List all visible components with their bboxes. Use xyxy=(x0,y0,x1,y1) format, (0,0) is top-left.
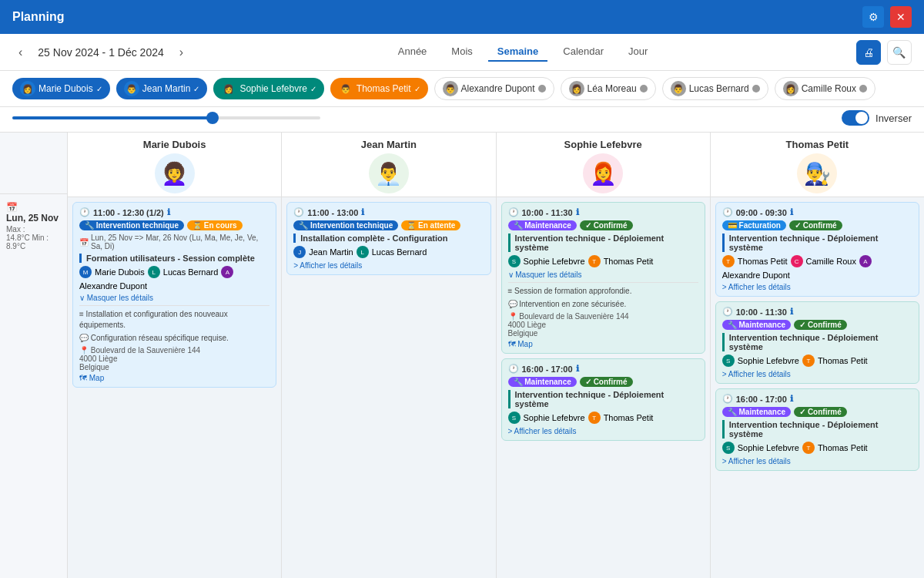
show-details-thomas-2[interactable]: > Afficher les détails xyxy=(722,370,912,378)
show-details-thomas-3[interactable]: > Afficher les détails xyxy=(722,457,912,465)
prev-button[interactable]: ‹ xyxy=(12,42,28,62)
av-camille-t1: C xyxy=(791,255,803,267)
avatar-sophie: 👩 xyxy=(221,81,236,96)
chip-camille[interactable]: 👩 Camille Roux xyxy=(775,77,875,100)
badge-conf-t1: ✓ Confirmé xyxy=(789,220,842,230)
thomas-event-2: 🕐10:00 - 11:30 ℹ 🔧 Maintenance ✓ Confirm… xyxy=(715,301,919,384)
search-button[interactable]: 🔍 xyxy=(887,40,912,65)
badge-conf-t3: ✓ Confirmé xyxy=(794,407,847,417)
chip-alexandre[interactable]: 👨 Alexandre Dupont xyxy=(434,77,554,100)
show-details-sophie-2[interactable]: > Afficher les détails xyxy=(508,427,698,435)
chip-lucas[interactable]: 👨 Lucas Bernard xyxy=(662,77,768,100)
badge-maintenance-s2: 🔧 Maintenance xyxy=(508,377,577,387)
sophie-e1-desc2: 💬 Intervention en zone sécurisée. xyxy=(508,299,698,310)
tab-annee[interactable]: Année xyxy=(389,42,437,62)
weather-lun: Max :14.8°C Min :8.9°C xyxy=(6,225,61,250)
avatar-lucas: 👨 xyxy=(671,81,686,96)
tab-mois[interactable]: Mois xyxy=(442,42,481,62)
hide-details-sophie[interactable]: ∨ Masquer les détails xyxy=(508,271,698,279)
avatar-marie: 👩 xyxy=(20,81,35,96)
avatar-lea: 👩 xyxy=(569,81,584,96)
chip-jean-martin[interactable]: 👨 Jean Martin ✓ xyxy=(116,78,208,99)
marie-event-1: 🕐11:00 - 12:30 (1/2) ℹ 🔧 Intervention te… xyxy=(72,202,276,388)
avatar-marie-col: 👩‍🦱 xyxy=(155,153,195,193)
thomas-e2-title: Intervention technique - Déploiement sys… xyxy=(722,333,912,351)
filter-bar: 👩 Marie Dubois ✓ 👨 Jean Martin ✓ 👩 Sophi… xyxy=(0,71,924,107)
tab-jour[interactable]: Jour xyxy=(619,42,657,62)
sophie-e1-badges: 🔧 Maintenance ✓ Confirmé xyxy=(508,220,698,230)
badge-type-1: 🔧 Intervention technique xyxy=(79,220,184,230)
av-sophie-e2: S xyxy=(508,412,521,424)
show-details-thomas-1[interactable]: > Afficher les détails xyxy=(722,283,912,291)
hide-details-link-1[interactable]: ∨ Masquer les détails xyxy=(79,294,270,302)
slider-thumb[interactable] xyxy=(206,112,219,124)
map-link-sophie[interactable]: 🗺 Map xyxy=(508,340,698,348)
chip-lea[interactable]: 👩 Léa Moreau xyxy=(561,77,656,100)
person-header-jean: Jean Martin 👨‍💼 xyxy=(282,133,495,197)
jean-event-1: 🕐11:00 - 13:00 ℹ 🔧 Intervention techniqu… xyxy=(286,202,490,275)
header-actions: ⚙ ✕ xyxy=(862,6,912,28)
time-header-spacer xyxy=(0,133,67,194)
nav-bar: ‹ 25 Nov 2024 - 1 Déc 2024 › Année Mois … xyxy=(0,34,924,71)
sophie-e2-time: 🕐16:00 - 17:00 ℹ xyxy=(508,364,698,374)
chip-marie-dubois[interactable]: 👩 Marie Dubois ✓ xyxy=(12,78,110,99)
show-details-jean[interactable]: > Afficher les détails xyxy=(293,261,484,270)
tab-calendar[interactable]: Calendar xyxy=(554,42,613,62)
avatar-jean-col: 👨‍💼 xyxy=(369,153,409,193)
slider-row: Inverser xyxy=(0,107,924,133)
person-name-thomas: Thomas Petit xyxy=(714,139,921,150)
chip-label-lea: Léa Moreau xyxy=(588,83,637,94)
jean-e1-title: Installation complète - Configuration xyxy=(293,234,484,243)
zoom-slider[interactable] xyxy=(12,116,320,119)
day-lun-label: Lun, 25 Nov xyxy=(6,213,61,223)
info-icon: ℹ xyxy=(167,207,170,217)
col-jean: Jean Martin 👨‍💼 🕐11:00 - 13:00 ℹ 🔧 Inter… xyxy=(282,133,496,578)
badge-confirm-s1: ✓ Confirmé xyxy=(580,220,633,230)
person-name-marie: Marie Dubois xyxy=(71,139,278,150)
sophie-e1-persons: S Sophie Lefebvre T Thomas Petit xyxy=(508,255,698,267)
thomas-e3-badges: 🔧 Maintenance ✓ Confirmé xyxy=(722,407,912,417)
avatar-camille: 👩 xyxy=(783,81,798,96)
dot-lucas xyxy=(752,85,760,92)
jean-day1: 🕐11:00 - 13:00 ℹ 🔧 Intervention techniqu… xyxy=(282,197,495,578)
chip-label-alexandre: Alexandre Dupont xyxy=(461,83,535,94)
person-header-thomas: Thomas Petit 👨‍🔧 xyxy=(711,133,924,197)
app-title: Planning xyxy=(12,10,65,24)
av-marie: M xyxy=(79,266,92,278)
dot-alexandre xyxy=(538,85,546,92)
thomas-e2-badges: 🔧 Maintenance ✓ Confirmé xyxy=(722,320,912,330)
inverser-toggle[interactable] xyxy=(842,110,869,126)
toggle-knob xyxy=(855,112,868,124)
chip-thomas[interactable]: 👨 Thomas Petit ✓ xyxy=(330,78,428,99)
thomas-e1-persons: T Thomas Petit C Camille Roux A Alexandr… xyxy=(722,255,912,280)
av-thomas-e3: T xyxy=(802,442,815,454)
jean-e1-time: 🕐11:00 - 13:00 ℹ xyxy=(293,207,484,217)
planning-grid: 📅 Lun, 25 Nov Max :14.8°C Min :8.9°C 📅 M… xyxy=(0,133,924,578)
settings-button[interactable]: ⚙ xyxy=(862,6,884,28)
badge-maintenance-s1: 🔧 Maintenance xyxy=(508,220,577,230)
marie-e1-desc2: 💬 Configuration réseau spécifique requis… xyxy=(79,333,270,344)
marie-e1-p1: Marie Dubois xyxy=(95,267,145,277)
marie-e1-p2: Lucas Bernard xyxy=(163,267,219,277)
check-icon-jean: ✓ xyxy=(193,85,199,93)
col-thomas: Thomas Petit 👨‍🔧 🕐09:00 - 09:30 ℹ 💳 Fact… xyxy=(711,133,924,578)
sophie-e1-title: Intervention technique - Déploiement sys… xyxy=(508,234,698,252)
av-jean-e1: J xyxy=(293,246,306,258)
sep-sophie xyxy=(508,282,698,283)
av-sophie-e1: S xyxy=(508,255,521,267)
next-button[interactable]: › xyxy=(173,42,189,62)
tab-semaine[interactable]: Semaine xyxy=(488,42,547,62)
badge-conf-t2: ✓ Confirmé xyxy=(794,320,847,330)
av-alexandre: A xyxy=(221,266,233,278)
avatar-jean: 👨 xyxy=(124,81,139,96)
sophie-e1-loc: 📍 Boulevard de la Sauvenière 1444000 Liè… xyxy=(508,312,698,338)
map-link-1[interactable]: 🗺 Map xyxy=(79,374,270,382)
person-name-sophie: Sophie Lefebvre xyxy=(500,139,707,150)
time-column: 📅 Lun, 25 Nov Max :14.8°C Min :8.9°C 📅 M… xyxy=(0,133,68,578)
calendar-icon-lun: 📅 xyxy=(6,202,18,213)
marie-e1-desc1: ≡ Installation et configuration des nouv… xyxy=(79,309,270,331)
chip-sophie[interactable]: 👩 Sophie Lefebvre ✓ xyxy=(213,78,323,99)
print-button[interactable]: 🖨 xyxy=(856,40,881,65)
av-thomas-s2: T xyxy=(588,412,601,424)
close-button[interactable]: ✕ xyxy=(890,6,912,28)
